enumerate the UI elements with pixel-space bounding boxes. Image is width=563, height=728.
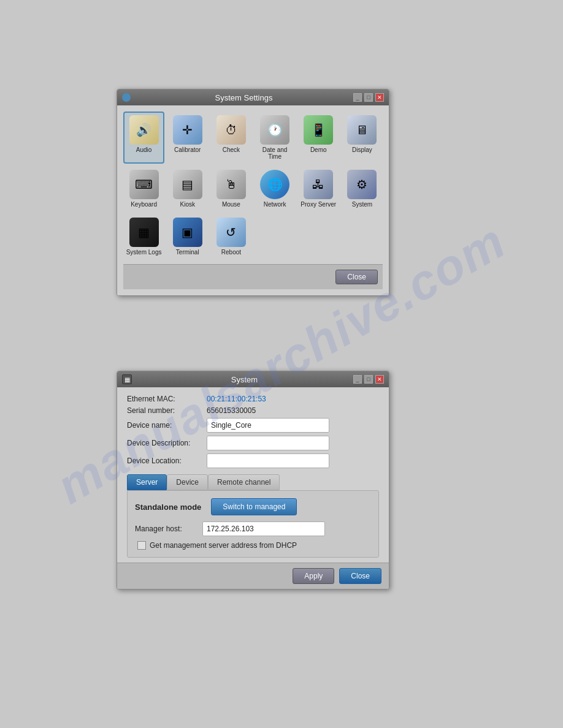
server-tab-content: Standalone mode Switch to managed Manage… — [127, 490, 379, 558]
serial-number-row: Serial number: 656015330005 — [127, 406, 379, 415]
system-title: System — [136, 375, 353, 384]
settings-window: System Settings _ □ ✕ 🔊 Audio ✛ Calibrat… — [117, 89, 389, 296]
icon-box-reboot: ↺ — [216, 218, 246, 247]
settings-window-controls: _ □ ✕ — [353, 93, 384, 102]
icon-label-mouse: Mouse — [222, 201, 240, 208]
settings-window-icon — [122, 93, 131, 102]
device-desc-row: Device Description: — [127, 436, 379, 450]
serial-number-value: 656015330005 — [207, 406, 256, 415]
settings-grid: 🔊 Audio ✛ Calibrator ⏱ Check 🕐 Date and … — [123, 112, 383, 259]
settings-close-button[interactable]: Close — [335, 270, 378, 284]
icon-label-reboot: Reboot — [221, 249, 241, 256]
icon-label-audio: Audio — [136, 146, 152, 153]
icon-box-keyboard: ⌨ — [129, 170, 159, 199]
settings-icon-network[interactable]: 🌐 Network — [254, 166, 295, 211]
manager-host-label: Manager host: — [135, 525, 202, 533]
device-name-label: Device name: — [127, 421, 207, 430]
icon-label-keyboard: Keyboard — [131, 201, 157, 208]
system-close-button[interactable]: Close — [339, 568, 381, 584]
icon-box-demo: 📱 — [304, 115, 333, 145]
device-desc-input[interactable] — [207, 436, 329, 450]
settings-icon-systemlogs[interactable]: ▦ System Logs — [123, 214, 164, 259]
icon-label-system: System — [352, 201, 372, 208]
ethernet-mac-row: Ethernet MAC: 00:21:11:00:21:53 — [127, 395, 379, 403]
device-desc-label: Device Description: — [127, 439, 207, 447]
dhcp-checkbox-row: Get management server address from DHCP — [137, 541, 371, 550]
apply-button[interactable]: Apply — [293, 568, 334, 584]
icon-label-datetime: Date and Time — [256, 146, 293, 160]
settings-icon-calibrator[interactable]: ✛ Calibrator — [167, 112, 208, 164]
icon-label-calibrator: Calibrator — [174, 146, 201, 153]
system-window-icon: ▦ — [122, 374, 132, 384]
settings-icon-audio[interactable]: 🔊 Audio — [123, 112, 164, 164]
icon-label-demo: Demo — [310, 146, 327, 153]
device-location-row: Device Location: — [127, 453, 379, 468]
tab-device[interactable]: Device — [167, 474, 208, 490]
device-location-label: Device Location: — [127, 457, 207, 465]
settings-icon-kiosk[interactable]: ▤ Kiosk — [167, 166, 208, 211]
serial-number-label: Serial number: — [127, 406, 207, 415]
icon-box-terminal: ▣ — [173, 218, 202, 247]
icon-box-systemlogs: ▦ — [129, 218, 159, 247]
settings-titlebar: System Settings _ □ ✕ — [117, 89, 389, 105]
system-minimize-btn[interactable]: _ — [353, 375, 362, 384]
settings-footer: Close — [123, 264, 383, 289]
icon-label-check: Check — [223, 146, 240, 153]
system-titlebar: ▦ System _ □ ✕ — [117, 371, 389, 387]
icon-box-proxyserver: 🖧 — [304, 170, 333, 199]
device-name-row: Device name: — [127, 418, 379, 433]
settings-icon-proxyserver[interactable]: 🖧 Proxy Server — [298, 166, 339, 211]
settings-close-btn[interactable]: ✕ — [375, 93, 384, 102]
icon-box-calibrator: ✛ — [173, 115, 202, 145]
settings-icon-reboot[interactable]: ↺ Reboot — [210, 214, 251, 259]
standalone-row: Standalone mode Switch to managed — [135, 498, 371, 515]
settings-icon-demo[interactable]: 📱 Demo — [298, 112, 339, 164]
settings-icon-system[interactable]: ⚙ System — [342, 166, 383, 211]
system-maximize-btn[interactable]: □ — [364, 375, 373, 384]
icon-label-display: Display — [352, 146, 372, 153]
system-body: Ethernet MAC: 00:21:11:00:21:53 Serial n… — [117, 387, 389, 563]
ethernet-mac-label: Ethernet MAC: — [127, 395, 207, 403]
icon-box-audio: 🔊 — [129, 115, 159, 145]
icon-box-check: ⏱ — [216, 115, 246, 145]
manager-host-row: Manager host: — [135, 521, 371, 536]
settings-icon-mouse[interactable]: 🖱 Mouse — [210, 166, 251, 211]
device-location-input[interactable] — [207, 453, 329, 468]
manager-host-input[interactable] — [202, 521, 325, 536]
system-window: ▦ System _ □ ✕ Ethernet MAC: 00:21:11:00… — [117, 371, 389, 590]
settings-title: System Settings — [134, 93, 353, 102]
icon-box-mouse: 🖱 — [216, 170, 246, 199]
settings-icon-display[interactable]: 🖥 Display — [342, 112, 383, 164]
icon-label-kiosk: Kiosk — [180, 201, 195, 208]
settings-icon-datetime[interactable]: 🕐 Date and Time — [254, 112, 295, 164]
system-close-x-btn[interactable]: ✕ — [375, 375, 384, 384]
icon-label-proxyserver: Proxy Server — [301, 201, 336, 208]
icon-box-system: ⚙ — [347, 170, 377, 199]
dhcp-checkbox[interactable] — [137, 541, 146, 550]
standalone-label: Standalone mode — [135, 502, 201, 512]
switch-to-managed-btn[interactable]: Switch to managed — [211, 498, 297, 515]
icon-label-systemlogs: System Logs — [126, 249, 162, 256]
settings-minimize-btn[interactable]: _ — [353, 93, 362, 102]
settings-icon-keyboard[interactable]: ⌨ Keyboard — [123, 166, 164, 211]
tab-remote-channel[interactable]: Remote channel — [208, 474, 280, 490]
device-name-input[interactable] — [207, 418, 329, 433]
settings-icon-terminal[interactable]: ▣ Terminal — [167, 214, 208, 259]
ethernet-mac-value: 00:21:11:00:21:53 — [207, 395, 266, 403]
tab-server[interactable]: Server — [127, 474, 167, 490]
system-footer: Apply Close — [117, 563, 389, 589]
icon-label-terminal: Terminal — [176, 249, 199, 256]
icon-box-network: 🌐 — [260, 170, 289, 199]
system-window-controls: _ □ ✕ — [353, 375, 384, 384]
tabs-row: Server Device Remote channel — [127, 474, 379, 490]
settings-body: 🔊 Audio ✛ Calibrator ⏱ Check 🕐 Date and … — [117, 105, 389, 295]
settings-icon-check[interactable]: ⏱ Check — [210, 112, 251, 164]
icon-box-kiosk: ▤ — [173, 170, 202, 199]
icon-label-network: Network — [264, 201, 286, 208]
settings-maximize-btn[interactable]: □ — [364, 93, 373, 102]
dhcp-label: Get management server address from DHCP — [150, 541, 297, 550]
icon-box-display: 🖥 — [347, 115, 377, 145]
icon-box-datetime: 🕐 — [260, 115, 289, 145]
